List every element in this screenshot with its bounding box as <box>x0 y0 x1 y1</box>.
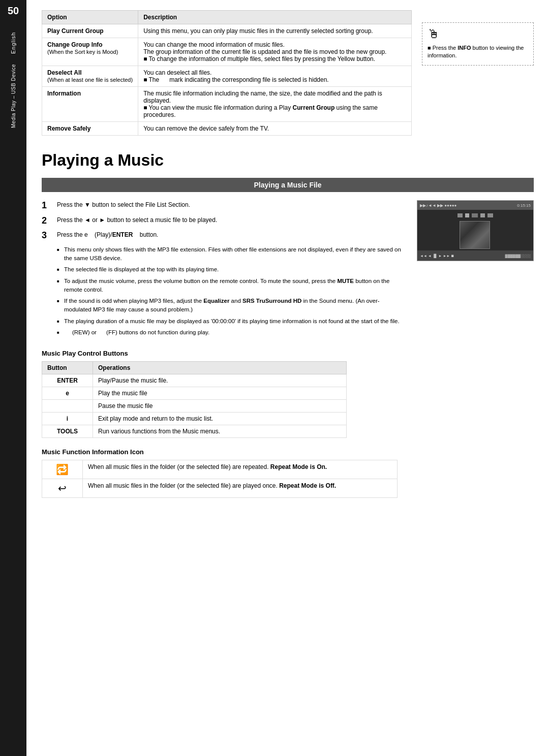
option-table: Option Description Play Current Group Us… <box>42 10 412 136</box>
table-row: i Exit play mode and return to the music… <box>42 413 347 425</box>
op-pause: Pause the music file <box>93 400 347 413</box>
repeat-off-desc: When all music files in the folder (or t… <box>83 479 398 498</box>
info-box-text: ■ Press the INFO button to viewing the i… <box>428 44 528 60</box>
table-row: ENTER Play/Pause the music file. <box>42 374 347 387</box>
table-row: Remove Safely You can remove the device … <box>42 122 412 136</box>
page-number: 50 <box>8 5 19 17</box>
function-section-title: Music Function Information Icon <box>42 448 534 456</box>
repeat-icon-on: 🔁 <box>42 460 83 479</box>
op-e: Play the music file <box>93 387 347 400</box>
steps-section: 1 Press the ▼ button to select the File … <box>42 200 534 339</box>
function-table: 🔁 When all music files in the folder (or… <box>42 460 398 498</box>
screenshot-top-bar: ▶▶♪◄◄ ▶▶ ●●●●● 0:15:15 <box>417 201 533 210</box>
steps-right: ▶▶♪◄◄ ▶▶ ●●●●● 0:15:15 <box>417 200 534 339</box>
screenshot-controls: ◄◄ ◄ ▐▌ ► ►► ⏹ <box>420 254 454 258</box>
op-enter: Play/Pause the music file. <box>93 374 347 387</box>
table-row: Change Group Info (When the Sort key is … <box>42 38 412 66</box>
button-enter: ENTER <box>42 374 93 387</box>
steps-left: 1 Press the ▼ button to select the File … <box>42 200 407 339</box>
sidebar-section: Media Play – USB Device <box>11 64 16 128</box>
bullet-note: To adjust the music volume, press the vo… <box>57 277 407 295</box>
screenshot-inner: ▶▶♪◄◄ ▶▶ ●●●●● 0:15:15 <box>417 201 533 261</box>
info-box: 🖱 ■ Press the INFO button to viewing the… <box>422 22 534 66</box>
screenshot-bottom-bar: ◄◄ ◄ ▐▌ ► ►► ⏹ ▓▓▓▓▓▓░░░░ <box>417 250 533 261</box>
sidebar-language: English <box>10 32 16 54</box>
description-column-header: Description <box>138 11 412 24</box>
screenshot-middle <box>417 210 533 250</box>
step-2: 2 Press the ◄ or ► button to select a mu… <box>42 215 407 227</box>
table-row: TOOLS Run various functions from the Mus… <box>42 425 347 438</box>
album-art <box>460 221 490 249</box>
option-change-group-info: Change Group Info (When the Sort key is … <box>42 38 138 66</box>
table-row: Information The music file information i… <box>42 87 412 122</box>
table-row: ↩ When all music files in the folder (or… <box>42 479 398 498</box>
subsection-banner: Playing a Music File <box>42 178 534 192</box>
repeat-on-icon: 🔁 <box>56 463 69 476</box>
step-text-3: Press the e (Play)/ENTER button. <box>57 230 158 239</box>
bullet-note: (REW) or (FF) buttons do not function du… <box>57 328 407 337</box>
screenshot-title: ▶▶♪◄◄ ▶▶ ●●●●● <box>420 203 456 208</box>
desc-play-current-group: Using this menu, you can only play music… <box>138 24 412 38</box>
desc-information: The music file information including the… <box>138 87 412 122</box>
button-e: e <box>42 387 93 400</box>
table-row: Pause the music file <box>42 400 347 413</box>
repeat-icon-off: ↩ <box>42 479 83 498</box>
option-information: Information <box>42 87 138 122</box>
screenshot-progress: ▓▓▓▓▓▓░░░░ <box>505 254 531 258</box>
option-play-current-group: Play Current Group <box>42 24 138 38</box>
button-i: i <box>42 413 93 425</box>
step-1: 1 Press the ▼ button to select the File … <box>42 200 407 211</box>
button-pause <box>42 400 93 413</box>
control-section: Music Play Control Buttons Button Operat… <box>42 350 534 438</box>
music-screenshot: ▶▶♪◄◄ ▶▶ ●●●●● 0:15:15 <box>417 200 534 261</box>
table-row: Deselect All (When at least one file is … <box>42 66 412 87</box>
bullet-note: The selected file is displayed at the to… <box>57 265 407 274</box>
op-tools: Run various functions from the Music men… <box>93 425 347 438</box>
operations-col-header: Operations <box>93 362 347 374</box>
button-tools: TOOLS <box>42 425 93 438</box>
button-col-header: Button <box>42 362 93 374</box>
main-content: Option Description Play Current Group Us… <box>26 0 549 756</box>
option-deselect-all: Deselect All (When at least one file is … <box>42 66 138 87</box>
desc-deselect-all: You can deselect all files. ■ The mark i… <box>138 66 412 87</box>
control-table: Button Operations ENTER Play/Pause the m… <box>42 361 347 438</box>
repeat-off-icon: ↩ <box>58 482 67 494</box>
table-row: Play Current Group Using this menu, you … <box>42 24 412 38</box>
bullet-note: The playing duration of a music file may… <box>57 317 407 326</box>
step-3: 3 Press the e (Play)/ENTER button. <box>42 230 407 241</box>
sidebar: 50 English Media Play – USB Device <box>0 0 26 756</box>
step-number-3: 3 <box>42 230 52 241</box>
screenshot-time: 0:15:15 <box>517 203 531 208</box>
bullet-note: If the sound is odd when playing MP3 fil… <box>57 297 407 314</box>
info-icon: 🖱 <box>428 28 440 40</box>
table-row: 🔁 When all music files in the folder (or… <box>42 460 398 479</box>
desc-change-group-info: You can change the mood information of m… <box>138 38 412 66</box>
step-number-2: 2 <box>42 215 52 227</box>
step-number-1: 1 <box>42 200 52 211</box>
option-column-header: Option <box>42 11 138 24</box>
control-section-title: Music Play Control Buttons <box>42 350 534 357</box>
section-title: Playing a Music <box>42 151 534 170</box>
bullet-note: This menu only shows files with the MP3 … <box>57 245 407 263</box>
desc-remove-safely: You can remove the device safely from th… <box>138 122 412 136</box>
op-i: Exit play mode and return to the music l… <box>93 413 347 425</box>
top-section: Option Description Play Current Group Us… <box>42 10 534 136</box>
function-section: Music Function Information Icon 🔁 When a… <box>42 448 534 498</box>
option-remove-safely: Remove Safely <box>42 122 138 136</box>
table-row: e Play the music file <box>42 387 347 400</box>
repeat-on-desc: When all music files in the folder (or t… <box>83 460 398 479</box>
bullet-notes: This menu only shows files with the MP3 … <box>57 245 407 337</box>
step-text-1: Press the ▼ button to select the File Li… <box>57 200 190 209</box>
step-text-2: Press the ◄ or ► button to select a musi… <box>57 215 217 225</box>
